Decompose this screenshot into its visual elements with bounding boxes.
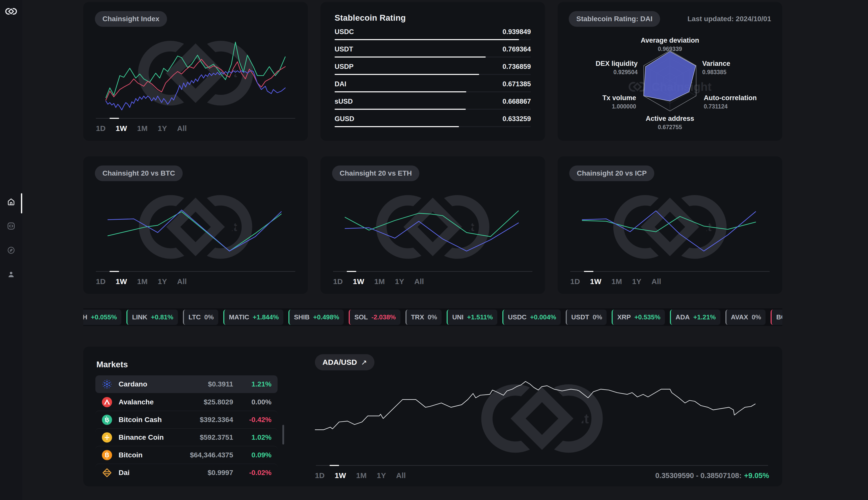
rating-bar: [335, 126, 531, 127]
vs_btc-chart-svg: [96, 187, 295, 267]
index-chart-svg: [96, 32, 295, 114]
timeframe-1m[interactable]: 1M: [137, 277, 148, 286]
sidebar-item-explore[interactable]: [7, 246, 15, 254]
user-icon: [7, 270, 15, 279]
sidebar-item-profile[interactable]: [7, 270, 15, 279]
timeframe-buttons: 1D1W1M1YAll: [570, 277, 770, 286]
ticker-symbol: XRP: [617, 313, 631, 321]
timeframe-1w[interactable]: 1W: [353, 277, 364, 286]
ticker-change: 0%: [204, 313, 214, 321]
stablecoin-symbol: USDC: [335, 28, 354, 36]
market-row-bitcoin-cash[interactable]: BBitcoin Cash$392.3364-0.42%: [95, 411, 278, 428]
ticker-symbol: SOL: [354, 313, 368, 321]
chainsight-logo[interactable]: [5, 7, 17, 16]
timeframe-1y[interactable]: 1Y: [395, 277, 404, 286]
index-card-badge: Chainsight Index: [95, 11, 167, 27]
ticker-change: +0.81%: [151, 313, 173, 321]
sidebar-item-canisters[interactable]: [7, 222, 15, 230]
active-range-marker: [110, 271, 119, 272]
ticker-symbol: MATIC: [229, 313, 249, 321]
external-link-icon: ↗: [361, 358, 367, 366]
stablecoin-row-usdp: USDP0.736859: [335, 63, 531, 75]
sidebar-nav: [0, 197, 22, 279]
market-price: $64,346.4375: [190, 451, 233, 459]
bnb-icon: [101, 432, 113, 443]
markets-panel: Markets Cardano$0.39111.21%Avalanche$25.…: [83, 346, 285, 486]
market-price: $0.3911: [208, 380, 233, 388]
ticker-symbol: ADA: [676, 313, 690, 321]
timeframe-1d[interactable]: 1D: [333, 277, 343, 286]
market-price: $25.8029: [204, 398, 233, 406]
main-content: Chainsight Index Chainsight 1D1W1M1YAll …: [83, 0, 782, 500]
sidebar-item-home[interactable]: [7, 197, 15, 206]
timeframe-1d[interactable]: 1D: [96, 277, 105, 286]
stablecoin-value: 0.769364: [503, 45, 531, 53]
chart-axis: [96, 118, 295, 118]
timeframe-buttons: 1D1W1M1YAll: [315, 471, 406, 480]
radar-label-lr: Auto-correlation0.731124: [704, 94, 757, 110]
active-range-marker: [347, 271, 356, 272]
market-row-avalanche[interactable]: Avalanche$25.80290.00%: [95, 393, 278, 411]
rating-bar: [335, 109, 531, 110]
timeframe-1d[interactable]: 1D: [315, 471, 325, 480]
radar-card-badge: Stablecoin Rating: DAI: [569, 11, 660, 27]
timeframe-1y[interactable]: 1Y: [158, 124, 167, 133]
stablecoin-rating-title: Stablecoin Rating: [335, 13, 531, 23]
timeframe-1d[interactable]: 1D: [570, 277, 580, 286]
card-vs-eth: Chainsight 20 vs ETH Chainsight 1D1W1M1Y…: [320, 156, 545, 294]
ticker-item-eth: ETH+0.055%: [83, 309, 121, 325]
last-updated-label: Last updated: 2024/10/01: [688, 15, 771, 23]
stablecoin-value: 0.736859: [503, 63, 531, 71]
timeframe-1m[interactable]: 1M: [374, 277, 385, 286]
timeframe-1m[interactable]: 1M: [356, 471, 367, 480]
ticker-symbol: USDC: [508, 313, 527, 321]
timeframe-1d[interactable]: 1D: [96, 124, 105, 133]
index-chart: Chainsight: [96, 32, 295, 114]
ticker-symbol: LTC: [189, 313, 201, 321]
ticker-change: +0.498%: [313, 313, 339, 321]
market-name: Cardano: [119, 380, 147, 388]
chart-axis: [333, 271, 532, 272]
chart-axis: [96, 271, 295, 272]
timeframe-1w[interactable]: 1W: [590, 277, 601, 286]
timeframe-1y[interactable]: 1Y: [158, 277, 167, 286]
market-row-cardano[interactable]: Cardano$0.39111.21%: [95, 375, 278, 393]
market-row-bitcoin[interactable]: BBitcoin$64,346.43750.09%: [95, 446, 278, 464]
market-change: 0.00%: [242, 398, 271, 406]
stablecoin-row-usdc: USDC0.939849: [335, 28, 531, 40]
market-change: 0.09%: [242, 451, 271, 459]
timeframe-1m[interactable]: 1M: [137, 124, 148, 133]
timeframe-all[interactable]: All: [652, 277, 661, 286]
pair-range-stats: 0.35309590 - 0.38507108:+9.05%: [655, 471, 769, 480]
radar-chart: Chainsight Average deviation0.969339Vari…: [569, 28, 771, 136]
ticker-item-avax: AVAX0%: [725, 309, 766, 325]
pair-badge[interactable]: ADA/USD↗: [315, 354, 374, 370]
timeframe-all[interactable]: All: [177, 277, 187, 286]
market-name: Bitcoin: [119, 451, 143, 459]
market-name: Bitcoin Cash: [119, 416, 162, 424]
markets-scrollbar[interactable]: [282, 425, 284, 444]
timeframe-all[interactable]: All: [414, 277, 424, 286]
timeframe-1w[interactable]: 1W: [335, 471, 346, 480]
card-chainsight-index: Chainsight Index Chainsight 1D1W1M1YAll: [83, 2, 308, 141]
timeframe-1y[interactable]: 1Y: [632, 277, 641, 286]
market-row-binance-coin[interactable]: Binance Coin$592.37511.02%: [95, 428, 278, 446]
radar-card-header: Stablecoin Rating: DAI Last updated: 202…: [569, 11, 771, 27]
timeframe-1y[interactable]: 1Y: [377, 471, 386, 480]
ticker-change: 0%: [593, 313, 602, 321]
btc-icon: B: [101, 450, 113, 461]
timeframe-1m[interactable]: 1M: [611, 277, 622, 286]
ada-usd-chart: Chainsight: [315, 375, 769, 462]
timeframe-all[interactable]: All: [177, 124, 187, 133]
ticker-item-bch: BCH-0.421%: [770, 309, 782, 325]
timeframe-1w[interactable]: 1W: [115, 277, 127, 286]
ticker-item-ada: ADA+1.21%: [670, 309, 720, 325]
stablecoin-value: 0.633259: [503, 115, 531, 123]
ticker-item-ltc: LTC0%: [183, 309, 218, 325]
ticker-symbol: BCH: [776, 313, 782, 321]
market-row-dai[interactable]: Dai$0.9997-0.02%: [95, 464, 278, 481]
chart-axis: [570, 271, 770, 272]
timeframe-1w[interactable]: 1W: [115, 124, 127, 133]
ticker-item-shib: SHIB+0.498%: [289, 309, 344, 325]
timeframe-all[interactable]: All: [396, 471, 406, 480]
